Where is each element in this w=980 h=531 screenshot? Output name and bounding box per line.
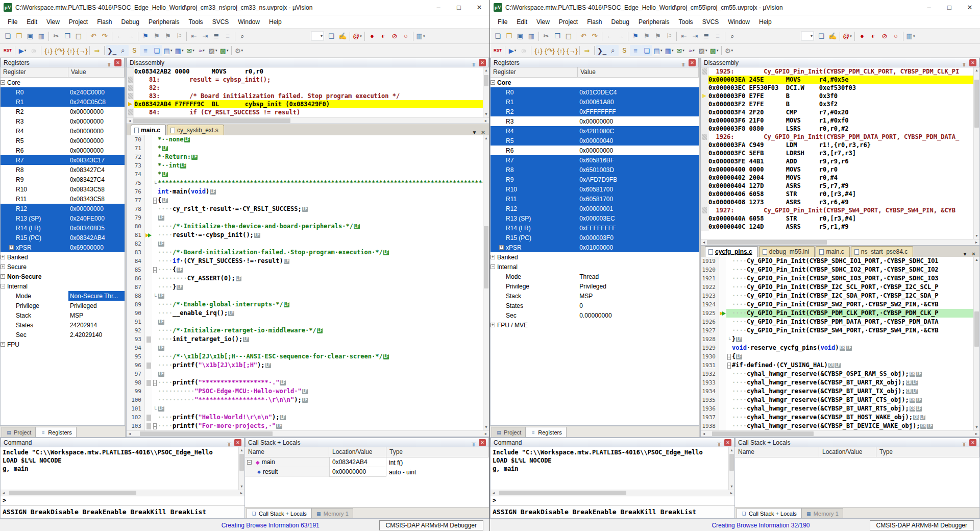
- fold-column[interactable]: └: [152, 181, 158, 186]
- disassembly-line[interactable]: 82:: [127, 84, 483, 92]
- workspace-tab-registers[interactable]: ≡Registers: [36, 427, 76, 437]
- disassembly-line[interactable]: 0x000003F0 E7FE B 0x3f0: [701, 92, 973, 100]
- debug-session-icon[interactable]: @▾: [352, 31, 363, 42]
- analysis-window-icon[interactable]: ≈▾: [686, 45, 697, 56]
- trace-window-icon[interactable]: ▨▾: [697, 45, 708, 56]
- menu-file[interactable]: File: [3, 16, 22, 28]
- disassembly-line[interactable]: 83: /* Board initialization failed. Stop…: [127, 92, 483, 100]
- register-row[interactable]: +Non-Secure: [1, 272, 125, 281]
- fold-column[interactable]: └: [726, 337, 732, 342]
- title-bar[interactable]: µV C:\Workspace.mtw.PLATLIBS-4016\PSOC_E…: [490, 0, 980, 15]
- register-row[interactable]: R20xFFFFFFFF: [491, 107, 699, 116]
- step-over-icon[interactable]: {↷}: [54, 45, 65, 56]
- close-button[interactable]: ✕: [960, 0, 980, 15]
- editor-line[interactable]: 1928└}LF: [701, 335, 973, 344]
- register-row[interactable]: R10x240C05C8: [1, 97, 125, 107]
- editor-line[interactable]: 1922····Cy_GPIO_Pin_Init(CYBSP_I2C_SCL_P…: [701, 283, 973, 292]
- indent-icon[interactable]: ⇥: [690, 31, 701, 42]
- menu-help[interactable]: Help: [264, 16, 286, 28]
- run-to-cursor-icon[interactable]: {→}: [567, 45, 578, 56]
- menu-window[interactable]: Window: [723, 16, 754, 28]
- command-input[interactable]: >: [1, 496, 244, 505]
- fold-collapse-icon[interactable]: −: [153, 267, 157, 273]
- quick-find-combobox[interactable]: ▾: [311, 32, 324, 40]
- register-row[interactable]: R00x240C0000: [1, 87, 125, 97]
- menu-peripherals[interactable]: Peripherals: [144, 16, 184, 28]
- workspace-tab-project[interactable]: ▤Project: [2, 427, 36, 437]
- step-out-icon[interactable]: {↑}: [555, 45, 567, 56]
- new-file-icon[interactable]: ❏: [2, 31, 13, 42]
- disassembly-line[interactable]: 81: result = cybsp_init();: [127, 76, 483, 84]
- editor-line[interactable]: 1923····Cy_GPIO_Pin_Init(CYBSP_I2C_SDA_P…: [701, 292, 973, 300]
- menu-edit[interactable]: Edit: [512, 16, 532, 28]
- register-row[interactable]: +FPU: [1, 340, 125, 349]
- register-row[interactable]: +FPU / MVE: [491, 320, 699, 330]
- disassembly-listing[interactable]: 0x08342AB2 0000 MOVS r0,r0 81: result = …: [127, 67, 483, 117]
- editor-line[interactable]: 71*LF: [127, 144, 483, 153]
- editor-line[interactable]: 1929void·reserve_cycfg_pins(void)CRLF: [701, 344, 973, 352]
- reset-cpu-icon[interactable]: RST: [2, 45, 13, 56]
- memory-map-icon[interactable]: ▦▾: [905, 31, 916, 42]
- expand-icon[interactable]: +: [1, 255, 5, 259]
- editor-line[interactable]: 95····/*·\x1b[2J\x1b[;H·-·ANSI·ESC·seque…: [127, 352, 483, 361]
- editor-line[interactable]: 82LF: [127, 239, 483, 248]
- symbols-window-icon[interactable]: Ｓ: [129, 45, 140, 56]
- navigate-back-icon[interactable]: ←: [114, 31, 125, 42]
- callstack-column-header[interactable]: Name: [245, 447, 329, 457]
- fold-column[interactable]: └: [152, 294, 158, 299]
- kill-all-breakpoints-icon[interactable]: ○: [890, 31, 901, 42]
- disassembly-line[interactable]: 0x00000408 1273 ASRS r3,r6,#9: [701, 198, 973, 206]
- editor-line[interactable]: 1934····cyhal_hwmgr_reserve(&CYBSP_BT_UA…: [701, 387, 973, 396]
- register-row[interactable]: R13 (SP)0x240FE000: [1, 213, 125, 223]
- menu-window[interactable]: Window: [233, 16, 264, 28]
- register-row[interactable]: States24202914: [1, 320, 125, 330]
- run-icon[interactable]: ▶▾: [17, 45, 28, 56]
- disassembly-line[interactable]: 84: if (CY_RSLT_SUCCESS != result): [127, 108, 483, 116]
- expand-icon[interactable]: +: [1, 264, 5, 269]
- editor-line[interactable]: 90····__enable_irq();LF: [127, 309, 483, 318]
- register-row[interactable]: R70x605816BF: [491, 155, 699, 165]
- register-row[interactable]: R100x08343C58: [1, 184, 125, 194]
- fold-column[interactable]: −: [152, 424, 158, 429]
- bookmark-clear-icon[interactable]: ⚐: [174, 31, 185, 42]
- menu-project[interactable]: Project: [64, 16, 92, 28]
- unindent-icon[interactable]: ⇤: [188, 31, 200, 42]
- fold-column[interactable]: −: [726, 363, 732, 368]
- close-button[interactable]: ✕: [469, 0, 489, 15]
- editor-line[interactable]: 1932····cyhal_hwmgr_reserve(&CYBSP_OSPI_…: [701, 370, 973, 378]
- disassembly-line[interactable]: 0x000003F6 21F0 MOVS r1,#0xf0: [701, 116, 973, 125]
- copy-icon[interactable]: ❒: [62, 31, 73, 42]
- editor-line[interactable]: 89····/*·Enable·global·interrupts·*/LF: [127, 300, 483, 309]
- show-next-statement-icon[interactable]: ⇒: [91, 45, 103, 56]
- editor-line[interactable]: 84····if·(CY_RSLT_SUCCESS·!=·result)LF: [127, 257, 483, 266]
- editor-line[interactable]: 1925····Cy_GPIO_Pin_Init(CYBSP_PDM_CLK_P…: [701, 309, 973, 318]
- register-row[interactable]: R60x00000000: [491, 146, 699, 155]
- paste-icon[interactable]: ▤: [563, 31, 574, 42]
- register-row[interactable]: States0: [491, 301, 699, 310]
- editor-line[interactable]: 79LF: [127, 213, 483, 222]
- cut-icon[interactable]: ✂: [51, 31, 62, 42]
- registers-window-icon[interactable]: ≡: [140, 45, 151, 56]
- call-stack-row[interactable]: ◆result0x00000000auto - uint: [245, 467, 489, 477]
- editor-line[interactable]: 85−····{LF: [127, 266, 483, 274]
- minimize-button[interactable]: –: [919, 0, 939, 15]
- step-out-icon[interactable]: {↑}: [65, 45, 77, 56]
- stop-icon[interactable]: ⊗: [518, 45, 529, 56]
- fold-column[interactable]: −: [152, 380, 158, 385]
- disable-all-breakpoints-icon[interactable]: ⊘: [879, 31, 890, 42]
- step-into-icon[interactable]: {↓}: [43, 45, 54, 56]
- disassembly-hscrollbar[interactable]: ◄►: [127, 117, 489, 124]
- navigate-back-icon[interactable]: ←: [604, 31, 615, 42]
- open-file-icon[interactable]: ❐: [503, 31, 514, 42]
- view-tab-memory-1[interactable]: ▦Memory 1: [801, 508, 843, 518]
- debug-session-icon[interactable]: @▾: [842, 31, 853, 42]
- view-tab-call-stack-+-locals[interactable]: ❏Call Stack + Locals: [737, 508, 801, 518]
- editor-tab-debug_m55.ini[interactable]: debug_m55.ini: [759, 246, 815, 257]
- command-window-icon[interactable]: ❯_: [106, 45, 117, 56]
- close-document-icon[interactable]: ✕: [970, 251, 977, 257]
- editor-line[interactable]: 100··········"******************·\r\n\n"…: [127, 396, 483, 404]
- bookmark-toggle-icon[interactable]: ⚑: [140, 31, 151, 42]
- register-row[interactable]: R10x00061A80: [491, 97, 699, 107]
- maximize-button[interactable]: □: [449, 0, 469, 15]
- register-row[interactable]: PrivilegePrivileged: [1, 301, 125, 310]
